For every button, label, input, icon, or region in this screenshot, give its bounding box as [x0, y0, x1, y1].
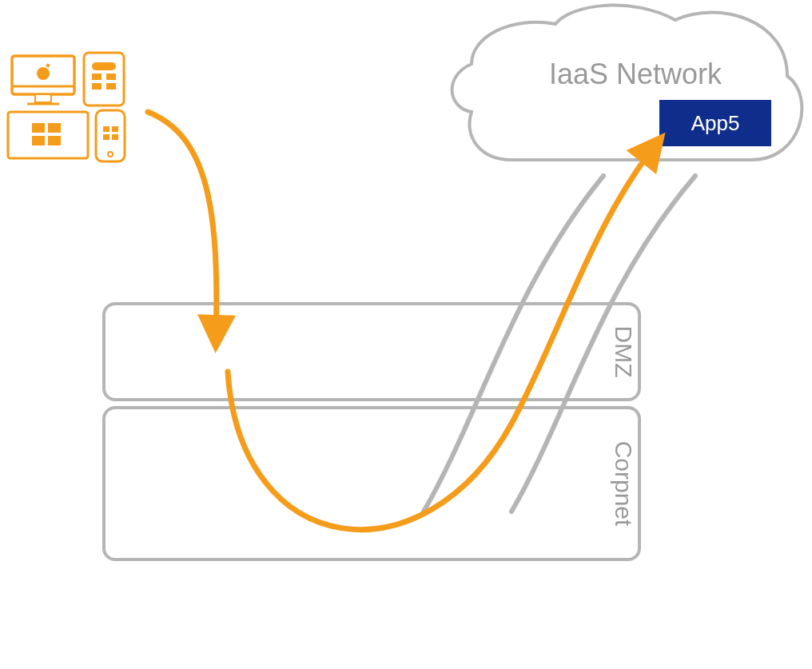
svg-rect-15: [106, 83, 116, 90]
cloud-title: IaaS Network: [549, 58, 722, 90]
svg-rect-2: [104, 408, 639, 559]
client-devices: [8, 53, 125, 161]
device-windows-phone: [96, 110, 125, 161]
device-imac: [12, 56, 74, 104]
svg-rect-22: [103, 126, 109, 132]
tunnel-lines: [424, 176, 695, 512]
app-box-label: App5: [691, 111, 740, 135]
device-windows-laptop: [8, 112, 88, 158]
svg-rect-11: [92, 62, 116, 70]
svg-rect-19: [32, 136, 45, 145]
svg-rect-12: [92, 74, 102, 80]
svg-rect-16: [8, 112, 88, 158]
zone-corpnet: Corpnet: [104, 408, 639, 559]
svg-rect-10: [84, 53, 124, 106]
svg-rect-13: [106, 74, 116, 80]
svg-rect-18: [48, 123, 61, 133]
svg-rect-14: [92, 83, 102, 90]
svg-rect-17: [32, 123, 45, 133]
zone-dmz-label: DMZ: [611, 326, 637, 378]
svg-rect-6: [35, 94, 51, 102]
svg-rect-23: [112, 126, 118, 132]
svg-rect-21: [96, 110, 125, 161]
svg-rect-20: [48, 136, 61, 145]
diagram-canvas: IaaS Network App5 DMZ Corpnet: [0, 0, 812, 669]
svg-rect-25: [112, 134, 118, 140]
flow-arrow: [148, 112, 659, 530]
svg-point-8: [37, 67, 50, 80]
device-tablet: [84, 53, 124, 106]
app-box: App5: [659, 100, 771, 146]
svg-rect-24: [103, 134, 109, 140]
zone-corpnet-label: Corpnet: [611, 441, 637, 527]
